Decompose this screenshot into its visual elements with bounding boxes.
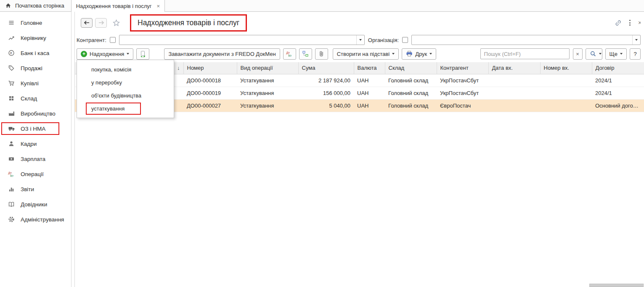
organization-combo-input[interactable] bbox=[411, 35, 641, 45]
sidebar-item-zvity[interactable]: Звіти bbox=[0, 182, 71, 197]
show-postings-button[interactable]: ДтКт bbox=[283, 48, 296, 60]
home-tab[interactable]: Початкова сторінка bbox=[0, 0, 71, 11]
create-based-on-button[interactable]: Створити на підставі bbox=[333, 48, 399, 60]
content-header: Надходження товарів і послуг × bbox=[75, 12, 644, 34]
column-header-date-in[interactable]: Дата вх. bbox=[488, 62, 540, 74]
sidebar-item-oz-i-nma[interactable]: ОЗ і НМА bbox=[0, 121, 71, 136]
menu-item-label: устаткування bbox=[91, 105, 125, 112]
sidebar-item-label: Адміністрування bbox=[21, 216, 64, 223]
sidebar-item-sklad[interactable]: Склад bbox=[0, 91, 71, 106]
print-icon bbox=[406, 50, 413, 57]
sidebar: Головне Керівнику ₴ Банк і каса Продажі … bbox=[0, 12, 72, 287]
menu-item-obiekty-budivnytstva[interactable]: об'єкти будівництва bbox=[77, 89, 174, 102]
dt-kt-icon: ДтКт bbox=[8, 170, 15, 178]
receipt-create-button[interactable]: + Надходження bbox=[77, 48, 133, 60]
exchange-button[interactable] bbox=[136, 48, 149, 60]
sidebar-item-holovne[interactable]: Головне bbox=[0, 15, 71, 30]
more-button[interactable]: Ще bbox=[605, 48, 627, 60]
sidebar-item-administruvannia[interactable]: Адміністрування bbox=[0, 212, 71, 227]
organization-dropdown-icon[interactable] bbox=[632, 35, 640, 45]
sidebar-item-kerivnyku[interactable]: Керівнику bbox=[0, 30, 71, 45]
sidebar-item-label: Керівнику bbox=[21, 35, 46, 41]
column-header-counterparty[interactable]: Контрагент bbox=[437, 62, 488, 74]
related-documents-button[interactable] bbox=[299, 48, 312, 60]
sidebar-item-label: Виробництво bbox=[21, 111, 56, 117]
sidebar-item-label: Банк і каса bbox=[21, 50, 49, 56]
cell-operation: Устаткування bbox=[237, 87, 298, 99]
factory-icon bbox=[8, 110, 15, 117]
sidebar-item-operatsii[interactable]: ДтКт Операції bbox=[0, 166, 71, 182]
counterparty-checkbox[interactable] bbox=[110, 37, 116, 43]
svg-text:Кт: Кт bbox=[289, 54, 292, 57]
search-button[interactable] bbox=[586, 48, 602, 60]
page-title: Надходження товарів і послуг bbox=[138, 18, 239, 27]
organization-checkbox[interactable] bbox=[402, 37, 408, 43]
help-button[interactable]: ? bbox=[630, 48, 641, 60]
tab-active-receipts[interactable]: Надходження товарів і послуг × bbox=[71, 0, 165, 12]
cell-contract: 2024/1 bbox=[592, 87, 644, 99]
sidebar-item-prodazhi[interactable]: Продажі bbox=[0, 61, 71, 76]
more-options-icon[interactable] bbox=[628, 19, 632, 26]
sidebar-item-label: Продажі bbox=[21, 65, 42, 71]
svg-text:₴: ₴ bbox=[10, 51, 12, 55]
paperclip-icon bbox=[318, 50, 325, 57]
attachments-button[interactable] bbox=[315, 48, 328, 60]
sidebar-item-kupivli[interactable]: Купівлі bbox=[0, 76, 71, 91]
back-button[interactable] bbox=[81, 18, 93, 28]
menu-item-ustatkuvannia[interactable]: устаткування bbox=[77, 102, 174, 115]
menu-item-u-pererobku[interactable]: у переробку bbox=[77, 76, 174, 89]
tab-label: Надходження товарів і послуг bbox=[76, 3, 152, 9]
column-header-contract[interactable]: Договір bbox=[592, 62, 644, 74]
cut-off-close-icon[interactable]: × bbox=[638, 19, 641, 26]
column-header-sum[interactable]: Сума bbox=[298, 62, 354, 74]
print-button[interactable]: Друк bbox=[402, 48, 436, 60]
svg-text:Кт: Кт bbox=[11, 174, 14, 177]
search-icon bbox=[590, 50, 596, 57]
link-icon[interactable] bbox=[615, 19, 622, 26]
receipt-button-label: Надходження bbox=[90, 51, 124, 57]
truck-icon bbox=[8, 125, 15, 132]
cell-contract: 2024/1 bbox=[592, 74, 644, 87]
sidebar-item-dovidnyky[interactable]: Довідники bbox=[0, 197, 71, 212]
column-header-currency[interactable]: Валюта bbox=[354, 62, 385, 74]
tab-bar: Початкова сторінка Надходження товарів і… bbox=[0, 0, 644, 12]
menu-item-pokupka-komisiia[interactable]: покупка, комісія bbox=[77, 63, 174, 76]
pallet-grid-icon bbox=[8, 95, 15, 102]
horizontal-scrollbar-thumb[interactable] bbox=[589, 284, 644, 287]
tab-close-icon[interactable]: × bbox=[156, 3, 160, 9]
cell-operation: Устаткування bbox=[237, 74, 298, 87]
cell-currency: UAH bbox=[354, 99, 385, 112]
sidebar-item-vyrobnytstvo[interactable]: Виробництво bbox=[0, 106, 71, 121]
documents-list-area: ↓ Номер Вид операції Сума Валюта Склад К… bbox=[75, 62, 644, 287]
sidebar-item-label: Довідники bbox=[21, 201, 47, 208]
sidebar-item-label: Зарплата bbox=[21, 156, 45, 162]
cell-warehouse: Головний склад bbox=[385, 74, 437, 87]
sidebar-item-label: Головне bbox=[21, 20, 42, 26]
column-header-warehouse[interactable]: Склад bbox=[385, 62, 437, 74]
cell-counterparty: УкрПостачСбут bbox=[437, 74, 488, 87]
print-label: Друк bbox=[415, 51, 427, 57]
favorite-star-icon[interactable] bbox=[113, 19, 120, 26]
help-label: ? bbox=[633, 51, 636, 57]
fredo-import-button[interactable]: Завантажити документи з FREDO ДокМен bbox=[164, 48, 280, 60]
cell-number-in bbox=[540, 74, 592, 87]
search-clear-button[interactable]: × bbox=[573, 48, 583, 60]
forward-button[interactable] bbox=[95, 18, 107, 28]
sidebar-item-bank-i-kasa[interactable]: ₴ Банк і каса bbox=[0, 45, 71, 61]
counterparty-combo-input[interactable] bbox=[119, 35, 365, 45]
cell-sum: 2 187 924,00 bbox=[298, 74, 354, 87]
column-header-number-in[interactable]: Номер вх. bbox=[540, 62, 592, 74]
fredo-button-label: Завантажити документи з FREDO ДокМен bbox=[168, 51, 276, 57]
more-label: Ще bbox=[610, 51, 617, 57]
cell-number: ДО00-000027 bbox=[183, 99, 237, 112]
sidebar-item-kadry[interactable]: Кадри bbox=[0, 136, 71, 151]
sidebar-item-label: Звіти bbox=[21, 186, 34, 192]
trend-icon bbox=[8, 34, 15, 42]
search-input[interactable] bbox=[480, 48, 570, 59]
home-icon bbox=[5, 3, 11, 9]
counterparty-dropdown-icon[interactable] bbox=[356, 35, 364, 45]
column-header-operation[interactable]: Вид операції bbox=[237, 62, 298, 74]
sidebar-item-label: Кадри bbox=[21, 141, 37, 147]
column-header-number[interactable]: Номер bbox=[183, 62, 237, 74]
sidebar-item-zarplata[interactable]: Зарплата bbox=[0, 151, 71, 166]
